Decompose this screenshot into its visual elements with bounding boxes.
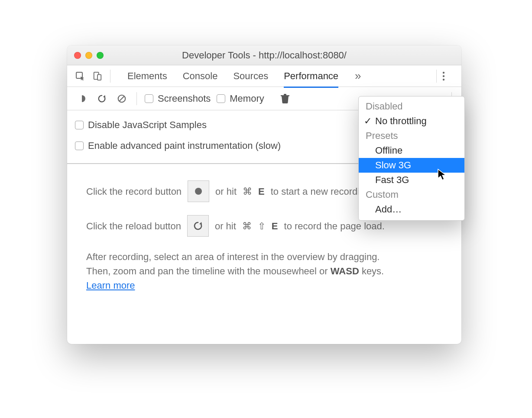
record-half-icon[interactable] — [75, 92, 89, 106]
svg-point-10 — [195, 188, 202, 195]
throttle-option-fast-3g[interactable]: Fast 3G — [359, 173, 464, 187]
text: Click the record button — [86, 184, 182, 199]
wasd-keys: WASD — [331, 266, 359, 277]
checkmark-icon: ✓ — [364, 116, 372, 127]
throttle-option-offline[interactable]: Offline — [359, 143, 464, 158]
text: to start a new recording. — [271, 184, 373, 199]
dropdown-header-disabled: Disabled — [359, 99, 464, 114]
screenshots-checkbox[interactable]: Screenshots — [145, 93, 211, 104]
throttle-option-no-throttling[interactable]: ✓ No throttling — [359, 114, 464, 129]
traffic-lights — [74, 52, 104, 59]
reload-button[interactable] — [187, 215, 209, 237]
svg-point-4 — [443, 75, 444, 77]
instruction-paragraph: After recording, select an area of inter… — [86, 250, 442, 293]
disable-js-samples-checkbox[interactable]: Disable JavaScript Samples — [75, 119, 207, 131]
no-icon[interactable] — [115, 92, 129, 106]
reload-icon[interactable] — [95, 92, 109, 106]
divider — [136, 92, 137, 105]
record-button[interactable] — [188, 180, 209, 202]
option-label: Add… — [375, 204, 402, 215]
learn-more-link[interactable]: Learn more — [86, 280, 135, 291]
cmd-key-icon: ⌘ — [242, 219, 252, 233]
svg-line-7 — [119, 96, 124, 101]
svg-rect-8 — [284, 94, 286, 95]
key-e: E — [272, 219, 278, 233]
svg-point-5 — [443, 78, 444, 80]
disable-js-samples-label: Disable JavaScript Samples — [88, 119, 207, 131]
minimize-window-button[interactable] — [85, 52, 92, 59]
option-label: No throttling — [375, 116, 427, 127]
titlebar: Developer Tools - http://localhost:8080/ — [67, 45, 461, 65]
text: Click the reload button — [86, 219, 181, 233]
close-window-button[interactable] — [74, 52, 81, 59]
memory-checkbox[interactable]: Memory — [217, 93, 264, 104]
enable-paint-label: Enable advanced paint instrumentation (s… — [88, 140, 281, 151]
option-label: Offline — [375, 145, 402, 156]
enable-paint-checkbox[interactable]: Enable advanced paint instrumentation (s… — [75, 140, 281, 151]
checkbox-box — [145, 94, 153, 103]
trash-icon[interactable] — [278, 92, 292, 106]
checkbox-box — [75, 121, 84, 129]
throttle-option-add[interactable]: Add… — [359, 202, 464, 217]
svg-point-3 — [443, 71, 444, 73]
option-label: Slow 3G — [375, 160, 411, 171]
tab-console[interactable]: Console — [183, 65, 218, 87]
dropdown-header-presets: Presets — [359, 129, 464, 143]
tab-performance[interactable]: Performance — [284, 65, 338, 87]
svg-rect-2 — [97, 74, 101, 80]
tabs-list: Elements Console Sources Performance — [127, 65, 338, 87]
text: or hit — [215, 219, 236, 233]
menu-more-icon[interactable] — [442, 71, 455, 81]
text: keys. — [359, 266, 384, 277]
tab-sources[interactable]: Sources — [233, 65, 268, 87]
dropdown-header-custom: Custom — [359, 187, 464, 202]
text: Then, zoom and pan the timeline with the… — [86, 266, 331, 277]
divider — [110, 70, 110, 83]
panel-tabs-row: Elements Console Sources Performance » — [67, 65, 461, 87]
memory-label: Memory — [230, 93, 264, 104]
network-throttling-dropdown: Disabled ✓ No throttling Presets Offline… — [358, 96, 465, 221]
window-title: Developer Tools - http://localhost:8080/ — [67, 50, 461, 61]
option-label: Fast 3G — [375, 174, 409, 186]
shift-key-icon: ⇧ — [258, 219, 266, 233]
tab-elements[interactable]: Elements — [127, 65, 167, 87]
checkbox-box — [217, 94, 225, 103]
checkbox-box — [75, 141, 84, 150]
text: to record the page load. — [284, 219, 385, 233]
text: After recording, select an area of inter… — [86, 251, 380, 262]
tabs-overflow-button[interactable]: » — [355, 69, 361, 83]
device-toggle-icon[interactable] — [91, 69, 104, 83]
inspect-element-icon[interactable] — [73, 69, 87, 83]
cmd-key-icon: ⌘ — [243, 184, 252, 199]
zoom-window-button[interactable] — [97, 52, 104, 59]
key-e: E — [258, 184, 265, 199]
screenshots-label: Screenshots — [158, 93, 211, 104]
divider — [436, 70, 437, 83]
svg-rect-9 — [281, 95, 289, 96]
throttle-option-slow-3g[interactable]: Slow 3G — [359, 158, 464, 173]
text: or hit — [215, 184, 237, 199]
